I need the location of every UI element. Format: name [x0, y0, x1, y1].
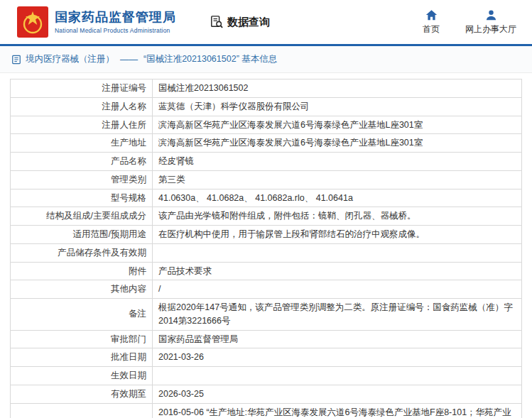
field-label: 产品名称 [11, 153, 153, 171]
field-value: 41.0630a、 41.0682a、 41.0682a.rlo、 41.064… [153, 189, 522, 207]
field-value: 产品技术要求 [153, 262, 522, 280]
field-value [153, 243, 522, 262]
table-row: 有效期至2026-03-25 [11, 385, 522, 403]
field-value: 2026-03-25 [153, 385, 522, 403]
field-label: 型号规格 [11, 189, 153, 207]
field-label: 结构及组成/主要组成成分 [11, 207, 153, 226]
field-value: 滨海高新区华苑产业区海泰发展六道6号海泰绿色产业基地L座301室 [153, 134, 522, 153]
table-row: 备注根据2020年147号通知，该产品管理类别调整为二类。原注册证编号：国食药监… [11, 299, 522, 331]
nav-home[interactable]: 首页 [423, 9, 440, 35]
table-row: 生效日期 [11, 367, 522, 385]
field-label: 适用范围/预期用途 [11, 226, 153, 244]
brand: 国家药品监督管理局 National Medical Products Admi… [17, 6, 176, 38]
table-row: 产品储存条件及有效期 [11, 243, 522, 262]
field-label: 生效日期 [11, 367, 153, 385]
table-row: 注册人住所滨海高新区华苑产业区海泰发展六道6号海泰绿色产业基地L座301室 [11, 116, 522, 134]
page-header: 国家药品监督管理局 National Medical Products Admi… [0, 0, 532, 44]
user-icon [485, 9, 497, 21]
field-value [153, 367, 522, 385]
field-label: 生产地址 [11, 134, 153, 153]
field-label: 管理类别 [11, 170, 153, 189]
table-row: 适用范围/预期用途在医疗机构中使用，用于输尿管上段和肾部结石的治疗中观察成像。 [11, 226, 522, 244]
field-value: 国家药品监督管理局 [153, 330, 522, 348]
field-label: 批准日期 [11, 348, 153, 367]
table-row: 产品名称经皮肾镜 [11, 153, 522, 171]
table-row: 审批部门国家药品监督管理局 [11, 330, 522, 348]
nmpa-logo-icon [17, 6, 48, 38]
field-value: 经皮肾镜 [153, 153, 522, 171]
field-value: 第三类 [153, 170, 522, 189]
field-value: 在医疗机构中使用，用于输尿管上段和肾部结石的治疗中观察成像。 [153, 226, 522, 244]
field-value: 根据2020年147号通知，该产品管理类别调整为二类。原注册证编号：国食药监械（… [153, 299, 522, 331]
table-row: 批准日期2021-03-26 [11, 348, 522, 367]
home-icon [425, 9, 438, 21]
field-label: 附件 [11, 262, 153, 280]
breadcrumb: 境内医疗器械（注册） —— “国械注准20213061502” 基本信息 [0, 46, 532, 73]
top-nav: 首页 网上办事大厅 [423, 9, 516, 35]
breadcrumb-current: “国械注准20213061502” 基本信息 [143, 53, 277, 65]
table-row: 附件产品技术要求 [11, 262, 522, 280]
field-value: 国械注准20213061502 [153, 79, 522, 98]
field-label: 注册证编号 [11, 79, 153, 98]
module-title: 数据查询 [210, 16, 270, 29]
field-label: 注册人住所 [11, 116, 153, 134]
registration-info-table: 注册证编号国械注准20213061502 注册人名称蓝莫德（天津）科学仪器股份有… [0, 73, 532, 418]
agency-subtitle: National Medical Products Administration [55, 27, 176, 34]
field-value: 2021-03-26 [153, 348, 522, 367]
nav-home-label: 首页 [423, 23, 440, 35]
agency-title: 国家药品监督管理局 [55, 10, 176, 26]
table-row: 管理类别第三类 [11, 170, 522, 189]
nav-service-hall-label: 网上办事大厅 [465, 23, 516, 35]
breadcrumb-category: 境内医疗器械（注册） [26, 53, 114, 65]
field-value: 2016-05-06 “生产地址:华苑产业区海泰发展六道6号海泰绿色产业基地F座… [153, 403, 522, 418]
field-value: 该产品由光学镜和附件组成，附件包括：镜鞘、闭孔器、器械桥。 [153, 207, 522, 226]
field-value: 滨海高新区华苑产业区海泰发展六道6号海泰绿色产业基地L座301室 [153, 116, 522, 134]
table-row: 变更情况2016-05-06 “生产地址:华苑产业区海泰发展六道6号海泰绿色产业… [11, 403, 522, 418]
field-value: 蓝莫德（天津）科学仪器股份有限公司 [153, 97, 522, 116]
table-row: 注册人名称蓝莫德（天津）科学仪器股份有限公司 [11, 97, 522, 116]
field-label: 审批部门 [11, 330, 153, 348]
table-row: 注册证编号国械注准20213061502 [11, 79, 522, 98]
data-query-icon [210, 16, 223, 28]
module-title-label: 数据查询 [227, 16, 270, 29]
breadcrumb-separator: —— [120, 55, 138, 65]
field-label: 有效期至 [11, 385, 153, 403]
document-icon [11, 55, 21, 65]
table-row: 型号规格41.0630a、 41.0682a、 41.0682a.rlo、 41… [11, 189, 522, 207]
table-row: 生产地址滨海高新区华苑产业区海泰发展六道6号海泰绿色产业基地L座301室 [11, 134, 522, 153]
field-label: 备注 [11, 299, 153, 331]
table-row: 其他内容/ [11, 280, 522, 299]
field-label: 注册人名称 [11, 97, 153, 116]
nav-service-hall[interactable]: 网上办事大厅 [465, 9, 516, 35]
field-value: / [153, 280, 522, 299]
field-label: 变更情况 [11, 403, 153, 418]
field-label: 其他内容 [11, 280, 153, 299]
field-label: 产品储存条件及有效期 [11, 243, 153, 262]
brand-text: 国家药品监督管理局 National Medical Products Admi… [55, 10, 176, 34]
table-row: 结构及组成/主要组成成分该产品由光学镜和附件组成，附件包括：镜鞘、闭孔器、器械桥… [11, 207, 522, 226]
